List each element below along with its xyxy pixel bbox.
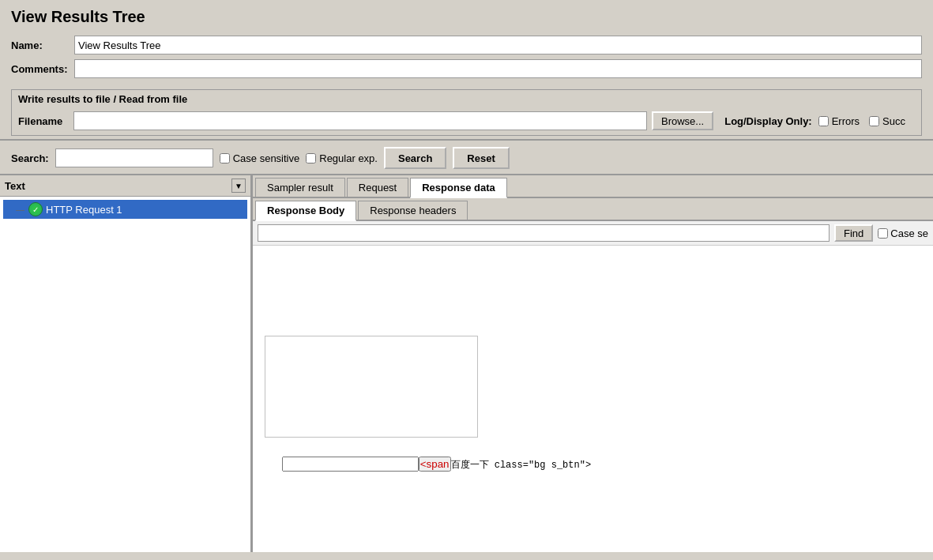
write-results-section: Write results to file / Read from file F… bbox=[11, 89, 922, 136]
main-panel: View Results Tree Name: Comments: Write … bbox=[0, 0, 933, 560]
response-text-area: <span class="red-text">百度一下，你就知道</span> … bbox=[253, 246, 933, 552]
search-label: Search: bbox=[11, 152, 49, 164]
search-button[interactable]: Search bbox=[384, 147, 446, 169]
find-case-sensitive-label: Case se bbox=[890, 227, 928, 239]
text-header-label: Text bbox=[5, 180, 25, 192]
right-panel: Sampler result Request Response data Res… bbox=[253, 175, 933, 552]
find-case-sensitive-checkbox[interactable] bbox=[878, 228, 888, 239]
errors-checkbox-group: Errors bbox=[818, 115, 860, 127]
tab-bar-1: Sampler result Request Response data bbox=[253, 175, 933, 198]
content-area: Text ▼ — ✓ HTTP Request 1 Sampler result bbox=[0, 174, 933, 552]
find-input[interactable] bbox=[258, 224, 830, 242]
regex-group: Regular exp. bbox=[306, 152, 378, 164]
log-display-label: Log/Display Only: bbox=[724, 115, 812, 127]
title-bar: View Results Tree bbox=[0, 0, 933, 32]
browse-button[interactable]: Browse... bbox=[652, 111, 713, 130]
tab-request[interactable]: Request bbox=[347, 178, 408, 197]
page-title: View Results Tree bbox=[11, 8, 922, 26]
successes-checkbox-group: Succ bbox=[869, 115, 905, 127]
tab-response-data[interactable]: Response data bbox=[410, 178, 506, 198]
tab-response-body[interactable]: Response Body bbox=[255, 201, 356, 221]
filename-row: Filename Browse... Log/Display Only: Err… bbox=[12, 108, 921, 135]
name-input[interactable] bbox=[74, 36, 922, 54]
tree-status-icon: ✓ bbox=[28, 202, 43, 216]
tree-content: — ✓ HTTP Request 1 bbox=[0, 197, 250, 552]
case-sensitive-group: Case sensitive bbox=[220, 152, 300, 164]
left-panel: Text ▼ — ✓ HTTP Request 1 bbox=[0, 175, 253, 552]
comments-input[interactable] bbox=[74, 59, 922, 78]
find-button[interactable]: Find bbox=[834, 224, 873, 242]
tree-item[interactable]: — ✓ HTTP Request 1 bbox=[3, 200, 247, 219]
dropdown-arrow-icon: ▼ bbox=[235, 182, 243, 190]
successes-checkbox[interactable] bbox=[869, 116, 879, 126]
regex-label: Regular exp. bbox=[319, 152, 378, 164]
successes-label: Succ bbox=[882, 115, 905, 127]
tab-bar-2: Response Body Response headers bbox=[253, 198, 933, 221]
case-sensitive-find-group: Case se bbox=[878, 227, 928, 239]
comments-row: Comments: bbox=[11, 59, 922, 78]
regex-checkbox[interactable] bbox=[306, 153, 316, 163]
find-bar: Find Case se bbox=[253, 221, 933, 246]
case-sensitive-label: Case sensitive bbox=[233, 152, 300, 164]
write-results-title: Write results to file / Read from file bbox=[12, 90, 921, 108]
left-panel-header: Text ▼ bbox=[0, 175, 250, 197]
errors-checkbox[interactable] bbox=[818, 116, 829, 126]
errors-label: Errors bbox=[832, 115, 860, 127]
fields-section: Name: Comments: bbox=[0, 32, 933, 86]
comments-label: Comments: bbox=[11, 63, 74, 75]
divider-1 bbox=[0, 139, 933, 141]
name-label: Name: bbox=[11, 39, 74, 51]
dropdown-arrow[interactable]: ▼ bbox=[231, 179, 246, 193]
filename-input[interactable] bbox=[73, 111, 647, 130]
name-row: Name: bbox=[11, 36, 922, 54]
reset-button[interactable]: Reset bbox=[453, 147, 509, 169]
tab-sampler-result[interactable]: Sampler result bbox=[255, 178, 345, 197]
response-area: Find Case se <span class="red-text">百度一下… bbox=[253, 221, 933, 552]
search-bar: Search: Case sensitive Regular exp. Sear… bbox=[0, 142, 933, 174]
tree-item-label: HTTP Request 1 bbox=[46, 204, 122, 216]
tree-expand-icon: — bbox=[16, 205, 25, 214]
filename-label: Filename bbox=[18, 115, 73, 127]
case-sensitive-checkbox[interactable] bbox=[220, 153, 230, 163]
search-input[interactable] bbox=[55, 148, 213, 167]
tab-response-headers[interactable]: Response headers bbox=[358, 201, 468, 220]
